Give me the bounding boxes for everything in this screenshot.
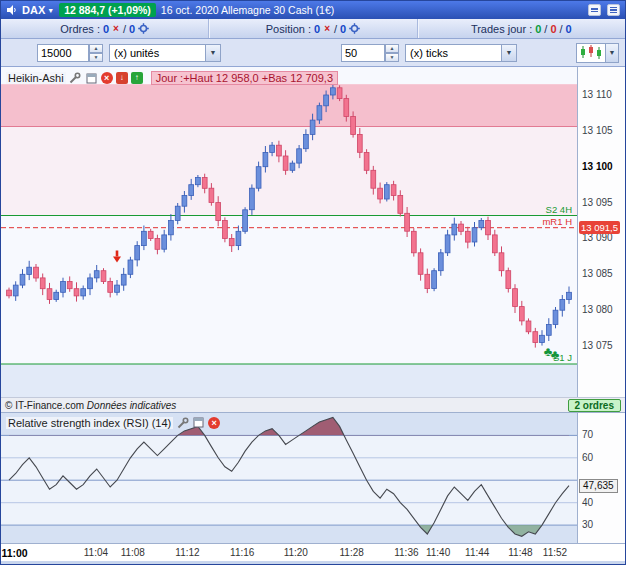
candle [384,185,389,199]
chevron-down-icon: ▼ [501,45,516,61]
time-axis-label: 11:28 [340,547,364,558]
candle [459,224,464,231]
separator: / [544,23,547,35]
tick-unit-select[interactable]: (x) ticks ▼ [405,44,517,62]
orders-label: Ordres : [60,23,100,35]
orders-count-badge[interactable]: 2 ordres [568,399,621,412]
tick-decrement-button[interactable]: ▼ [385,53,399,62]
candle [418,253,423,274]
rsi-value-badge: 47,635 [579,479,618,493]
candle [378,188,383,199]
wrench-icon[interactable] [176,416,189,429]
quantity-decrement-button[interactable]: ▼ [89,53,103,62]
candle [405,213,410,231]
indicator-title[interactable]: Heikin-Ashi [6,72,66,84]
wrench-icon[interactable] [69,72,82,85]
order-clover-marker[interactable]: ♣♣ [544,344,560,362]
candle [74,289,79,296]
title-bar: DAX ▼ 12 884,7 (+1,09%) 16 oct. 2020 All… [1,1,625,19]
candle [526,321,531,332]
chart-style-button[interactable] [576,43,606,63]
rsi-title[interactable]: Relative strength index (RSI) (14) [6,417,173,429]
price-axis-label: 13 085 [582,268,613,279]
trades-label: Trades jour : [471,23,532,35]
close-position-icon[interactable]: × [323,24,331,34]
candle [351,117,356,135]
close-icon[interactable]: × [101,72,113,84]
quantity-input[interactable] [37,44,89,62]
candle [486,221,491,235]
window-bottom-edge [1,561,625,565]
trading-platform-window: DAX ▼ 12 884,7 (+1,09%) 16 oct. 2020 All… [0,0,626,565]
candle [81,289,86,296]
chart-footer: © IT-Finance.com Données indicatives 2 o… [1,397,625,413]
rsi-chart[interactable] [1,413,577,543]
time-axis-label: 11:48 [508,547,532,558]
chart-style-dropdown-button[interactable]: ▼ [606,43,619,63]
time-axis-label: 11:52 [543,547,567,558]
rsi-axis-label: 70 [582,429,593,440]
move-down-button[interactable]: ↓ [116,72,128,84]
candle [391,185,396,196]
candle [357,134,362,152]
tick-unit-value: (x) ticks [410,47,448,59]
quantity-stepper: ▲ ▼ [89,44,103,62]
candle [304,134,309,148]
day-high-low-label[interactable]: Jour :+Haut 12 958,0 +Bas 12 709,3 [151,71,338,85]
candle [567,292,572,299]
price-axis[interactable]: 13 11013 10513 10013 09513 09013 08513 0… [577,67,625,543]
price-axis-label: 13 110 [582,89,612,100]
close-icon[interactable]: × [208,417,220,429]
candle [182,195,187,206]
tick-increment-button[interactable]: ▲ [385,44,399,53]
price-axis-label: 13 090 [582,232,613,243]
candle [115,285,120,292]
candle [128,260,133,274]
cancel-orders-icon[interactable]: × [112,24,120,34]
candle [331,88,336,95]
candle [34,267,39,278]
instrument-selector[interactable]: DAX ▼ [22,4,54,16]
trades-section: Trades jour : 0 / 0 / 0 [418,19,625,38]
speaker-icon[interactable] [6,4,17,16]
candle [310,120,315,134]
candle [20,274,25,285]
instrument-name: DAX [22,4,45,16]
copyright-text: © IT-Finance.com Données indicatives [5,400,176,411]
time-axis[interactable]: 11:0011:0411:0811:1211:1611:2011:2811:36… [1,543,625,561]
gear-icon[interactable] [349,23,360,34]
quantity-unit-select[interactable]: (x) unités ▼ [109,44,221,62]
candle [142,231,147,245]
main-price-chart[interactable]: S2 4HmR1 HS1 J♣♣ [1,67,577,397]
time-axis-label: 11:36 [394,547,418,558]
candle [216,203,221,221]
rsi-axis-label: 30 [582,519,593,530]
candle [7,290,12,296]
time-axis-label: 11:08 [121,547,145,558]
position-label: Position : [266,23,311,35]
candle [223,221,228,239]
candlestick-icon [579,45,603,59]
candle [472,228,477,242]
orders-status-bar: Ordres : 0 × / 0 Position : 0 × / 0 [1,19,625,39]
tick-count-input[interactable] [341,44,385,62]
candle [337,88,342,99]
window-icon[interactable] [588,4,601,16]
candle [54,292,59,299]
trades-lost-count: 0 [550,23,556,35]
window-copy-icon[interactable] [85,72,98,85]
list-icon[interactable] [607,4,620,16]
candle [108,282,113,293]
candle [202,178,207,189]
quantity-increment-button[interactable]: ▲ [89,44,103,53]
window-copy-icon[interactable] [192,416,205,429]
separator: / [334,23,337,35]
svg-text:♣: ♣ [551,347,560,362]
gear-icon[interactable] [138,23,149,34]
move-up-button[interactable]: ↑ [131,72,143,84]
resistance-zone [1,84,577,126]
trades-total-count: 0 [566,23,572,35]
separator: / [123,23,126,35]
candle [121,274,126,285]
candle [499,253,504,271]
